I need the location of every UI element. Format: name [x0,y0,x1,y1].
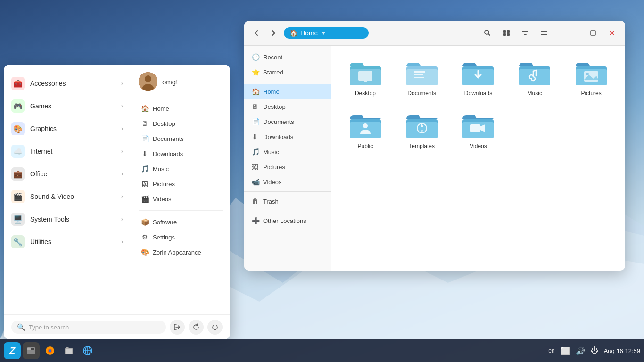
nav-zorin-appearance[interactable]: 🎨 Zorin Appearance [139,245,223,260]
nav-home-label: Home [153,105,169,112]
folder-documents[interactable]: Documents [397,55,446,100]
accessories-arrow: › [121,80,123,87]
fm-search-button[interactable] [480,25,495,41]
sidebar-item-pictures[interactable]: 🖼 Pictures [244,159,331,174]
graphics-arrow: › [121,125,123,132]
desktop-nav-icon: 🖥 [140,120,149,127]
folder-music[interactable]: Music [510,55,559,100]
folder-desktop[interactable]: Desktop [341,55,390,100]
taskbar-files-button[interactable] [23,342,40,359]
volume-icon[interactable]: 🔊 [576,346,585,355]
svg-rect-11 [571,33,577,33]
file-manager-window: 🏠 Home ▼ [244,21,625,271]
logout-button[interactable] [170,320,185,335]
nav-documents-label: Documents [153,135,184,142]
workspace-indicator[interactable]: ⬜ [561,346,570,355]
datetime-display[interactable]: Aug 16 12:59 [604,347,640,354]
folder-downloads[interactable]: Downloads [454,55,503,100]
sidebar-item-videos[interactable]: 📹 Videos [244,174,331,189]
taskbar-zorin-menu[interactable]: Z [4,342,21,359]
folder-public[interactable]: Public [341,108,390,153]
sidebar-item-starred[interactable]: ⭐ Starred [244,65,331,80]
sidebar-item-home[interactable]: 🏠 Home [244,84,331,99]
svg-rect-7 [503,30,506,33]
sidebar-item-desktop[interactable]: 🖥 Desktop [244,99,331,114]
svg-rect-17 [364,81,367,82]
fm-folder-grid: Desktop Documents [341,55,616,153]
folder-downloads-label: Downloads [464,90,492,97]
graphics-icon: 🎨 [11,122,25,135]
folder-videos[interactable]: Videos [454,108,503,153]
power-tray-icon[interactable]: ⏻ [591,346,598,355]
taskbar-file-manager-button[interactable] [60,342,77,359]
fm-location-bar[interactable]: 🏠 Home ▼ [284,27,369,39]
sidebar-item-music-label: Music [263,148,279,156]
fm-sidebar: 🕐 Recent ⭐ Starred 🏠 Home 🖥 Desktop 📄 Do… [244,46,331,271]
keyboard-layout[interactable]: en [548,347,554,354]
refresh-button[interactable] [189,320,204,335]
taskbar-apps: Z [4,342,96,359]
category-graphics[interactable]: 🎨 Graphics › [4,117,131,140]
nav-videos[interactable]: 🎬 Videos [139,191,223,206]
settings-nav-icon: ⚙ [140,233,149,241]
accessories-icon: 🧰 [11,77,25,90]
other-locations-icon: ➕ [252,217,259,224]
power-button[interactable] [207,320,223,335]
category-sound-video-label: Sound & Video [30,193,116,200]
sidebar-item-desktop-label: Desktop [263,103,286,110]
svg-point-34 [363,123,368,128]
category-internet[interactable]: ☁️ Internet › [4,140,131,163]
nav-documents[interactable]: 📄 Documents [139,131,223,146]
svg-rect-21 [414,74,423,75]
taskbar-firefox-button[interactable] [41,342,58,359]
taskbar-globe-button[interactable] [79,342,96,359]
sidebar-item-music[interactable]: 🎵 Music [244,144,331,159]
fm-back-button[interactable] [250,26,263,40]
nav-downloads[interactable]: ⬇ Downloads [139,146,223,161]
fm-sort-button[interactable] [518,25,533,41]
fm-view-toggle-button[interactable] [499,25,514,41]
fm-maximize-button[interactable] [586,25,601,41]
fm-close-button[interactable] [604,25,619,41]
category-sound-video[interactable]: 🎬 Sound & Video › [4,185,131,208]
user-name: omg! [162,78,178,86]
sidebar-item-recent[interactable]: 🕐 Recent [244,49,331,65]
sidebar-item-trash[interactable]: 🗑 Trash [244,194,331,209]
sidebar-item-documents[interactable]: 📄 Documents [244,114,331,129]
nav-music[interactable]: 🎵 Music [139,161,223,176]
fm-titlebar: 🏠 Home ▼ [244,21,625,46]
games-icon: 🎮 [11,99,25,113]
category-office[interactable]: 💼 Office › [4,163,131,185]
app-menu-right: omg! 🏠 Home 🖥 Desktop 📄 Documents ⬇ Down… [131,65,230,314]
home-icon: 🏠 [252,88,259,95]
category-games[interactable]: 🎮 Games › [4,95,131,117]
fm-minimize-button[interactable] [567,25,582,41]
sidebar-item-downloads[interactable]: ⬇ Downloads [244,129,331,144]
category-utilities[interactable]: 🔧 Utilities › [4,230,131,253]
office-icon: 💼 [11,167,25,181]
menu-divider [139,210,223,211]
folder-pictures[interactable]: Pictures [567,55,616,100]
nav-home[interactable]: 🏠 Home [139,101,223,116]
category-utilities-label: Utilities [30,238,116,246]
home-nav-icon: 🏠 [140,105,149,112]
category-system-tools[interactable]: 🖥️ System Tools › [4,208,131,230]
system-tools-icon: 🖥️ [11,213,25,226]
search-input[interactable] [29,324,160,331]
fm-forward-button[interactable] [267,26,280,40]
desktop-icon: 🖥 [252,103,259,110]
sidebar-item-starred-label: Starred [263,69,283,76]
fm-menu-button[interactable] [537,25,552,41]
taskbar-right: en ⬜ 🔊 ⏻ Aug 16 12:59 [548,346,640,355]
games-arrow: › [121,103,123,109]
nav-software[interactable]: 📦 Software [139,214,223,230]
nav-settings[interactable]: ⚙ Settings [139,230,223,245]
svg-rect-40 [470,124,480,132]
nav-settings-label: Settings [153,234,175,241]
folder-templates[interactable]: Templates [397,108,446,153]
category-accessories[interactable]: 🧰 Accessories › [4,72,131,95]
nav-pictures[interactable]: 🖼 Pictures [139,176,223,191]
sidebar-item-other-locations[interactable]: ➕ Other Locations [244,213,331,228]
nav-desktop[interactable]: 🖥 Desktop [139,116,223,131]
folder-public-label: Public [358,143,373,149]
